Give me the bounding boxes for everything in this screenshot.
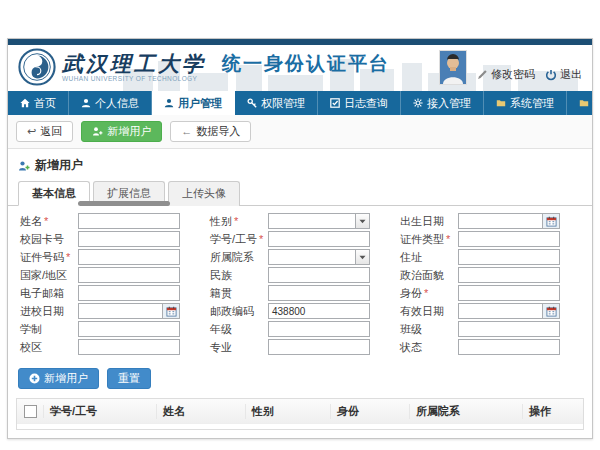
field-input[interactable]: [268, 267, 370, 283]
form-field: 校区: [20, 339, 200, 355]
form-field: 进校日期: [20, 303, 200, 319]
avatar[interactable]: [439, 50, 467, 85]
scrollbar-thumb[interactable]: [78, 201, 170, 206]
nav-item-6[interactable]: 接入管理: [401, 91, 484, 115]
calendar-icon[interactable]: [162, 304, 179, 318]
field-input[interactable]: [268, 285, 370, 301]
university-name-cn: 武汉理工大学: [62, 52, 206, 76]
field-label: 班级: [400, 322, 458, 337]
data-import-button[interactable]: ← 数据导入: [170, 121, 251, 142]
nav-item-7[interactable]: 系统管理: [484, 91, 567, 115]
field-label: 政治面貌: [400, 268, 458, 283]
table-header-cell: 身份: [331, 404, 410, 419]
field-input[interactable]: [268, 339, 370, 355]
new-user-form: 姓名*性别*出生日期校园卡号学号/工号*证件类型*证件号码*所属院系住址国家/地…: [8, 206, 592, 363]
calendar-icon[interactable]: [542, 214, 559, 228]
university-name-en: WUHAN UNIVERSITY OF TECHNOLOGY: [62, 75, 206, 82]
form-field: 有效日期: [400, 303, 580, 319]
field-input[interactable]: [78, 213, 180, 229]
table-header-cell: 性别: [246, 404, 331, 419]
field-input[interactable]: [268, 321, 370, 337]
field-label: 校区: [20, 340, 78, 355]
field-label: 电子邮箱: [20, 286, 78, 301]
nav-item-label: 用户管理: [178, 96, 222, 111]
logout-link[interactable]: 退出: [545, 67, 582, 82]
nav-item-4[interactable]: 权限管理: [235, 91, 318, 115]
form-panel: 基本信息扩展信息上传头像 姓名*性别*出生日期校园卡号学号/工号*证件类型*证件…: [8, 180, 592, 363]
calendar-icon[interactable]: [542, 304, 559, 318]
field-label: 国家/地区: [20, 268, 78, 283]
field-label: 所属院系: [210, 250, 268, 265]
nav-item-1[interactable]: 首页: [8, 91, 69, 115]
field-label: 出生日期: [400, 214, 458, 229]
tab-3[interactable]: 上传头像: [168, 181, 240, 206]
required-marker: *: [44, 215, 48, 227]
reset-button-label: 重置: [118, 372, 140, 385]
gear-icon: [413, 98, 423, 108]
form-field: 性别*: [210, 213, 390, 229]
app-window: 武汉理工大学 WUHAN UNIVERSITY OF TECHNOLOGY 统一…: [7, 38, 593, 439]
form-field: 籍贯: [210, 285, 390, 301]
field-input[interactable]: [268, 249, 370, 265]
field-input[interactable]: [458, 267, 560, 283]
nav-item-3[interactable]: 用户管理: [152, 91, 235, 115]
field-label: 证件号码*: [20, 250, 78, 265]
field-label: 学制: [20, 322, 78, 337]
import-arrow-icon: ←: [181, 125, 192, 138]
chevron-down-icon[interactable]: [355, 214, 369, 228]
field-input[interactable]: [458, 321, 560, 337]
field-input[interactable]: [78, 231, 180, 247]
nav-item-2[interactable]: 个人信息: [69, 91, 152, 115]
page-title: 统一身份认证平台: [222, 51, 390, 83]
field-input[interactable]: [78, 303, 180, 319]
user-plus-icon: [92, 126, 103, 137]
field-input[interactable]: [268, 213, 370, 229]
add-user-toolbar-button[interactable]: 新增用户: [81, 121, 162, 142]
chevron-down-icon[interactable]: [355, 250, 369, 264]
field-input[interactable]: [268, 231, 370, 247]
field-input[interactable]: 438800: [268, 303, 370, 319]
university-names: 武汉理工大学 WUHAN UNIVERSITY OF TECHNOLOGY: [62, 52, 206, 82]
add-user-toolbar-label: 新增用户: [107, 125, 151, 138]
field-input[interactable]: [78, 339, 180, 355]
field-input[interactable]: [458, 339, 560, 355]
field-input[interactable]: [78, 321, 180, 337]
form-field: 状态: [400, 339, 580, 355]
nav-item-label: 日志查询: [344, 96, 388, 111]
field-label: 证件类型*: [400, 232, 458, 247]
form-field: 邮政编码438800: [210, 303, 390, 319]
form-field: 证件类型*: [400, 231, 580, 247]
plus-circle-icon: [29, 373, 40, 384]
back-arrow-icon: ↩: [27, 125, 36, 138]
nav-item-8[interactable]: 订阅管理: [567, 91, 600, 115]
add-user-submit-button[interactable]: 新增用户: [18, 368, 99, 389]
nav-item-label: 订阅管理: [593, 96, 600, 111]
field-input[interactable]: [458, 213, 560, 229]
field-input[interactable]: [78, 249, 180, 265]
main-nav: 首页个人信息用户管理权限管理日志查询接入管理系统管理订阅管理: [8, 91, 592, 115]
select-all-checkbox[interactable]: [24, 405, 37, 418]
select-all-cell: [17, 405, 44, 418]
field-input[interactable]: [458, 303, 560, 319]
required-marker: *: [446, 233, 450, 245]
home-icon: [20, 98, 30, 108]
nav-item-label: 首页: [34, 96, 56, 111]
reset-button[interactable]: 重置: [107, 368, 151, 389]
field-input[interactable]: [78, 267, 180, 283]
change-password-link[interactable]: 修改密码: [477, 67, 535, 82]
user-icon: [81, 98, 91, 108]
field-label: 年级: [210, 322, 268, 337]
change-password-label: 修改密码: [491, 67, 535, 82]
back-button[interactable]: ↩ 返回: [16, 121, 73, 142]
university-logo-icon: [18, 48, 56, 86]
nav-item-5[interactable]: 日志查询: [318, 91, 401, 115]
form-field: 所属院系: [210, 249, 390, 265]
field-label: 住址: [400, 250, 458, 265]
field-label: 校园卡号: [20, 232, 78, 247]
field-input[interactable]: [78, 285, 180, 301]
field-input[interactable]: [458, 285, 560, 301]
form-field: 专业: [210, 339, 390, 355]
form-field: 身份*: [400, 285, 580, 301]
field-input[interactable]: [458, 249, 560, 265]
field-input[interactable]: [458, 231, 560, 247]
